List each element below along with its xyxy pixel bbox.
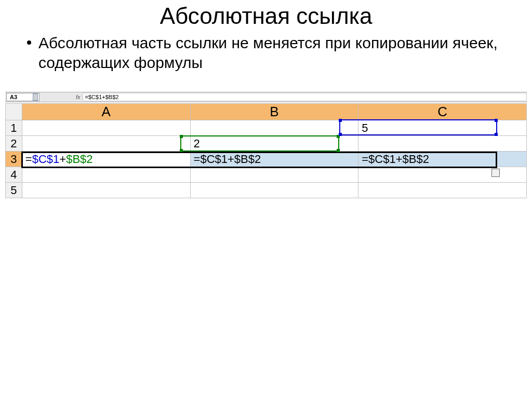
bullet-dot-icon [27,40,31,45]
row-header-4[interactable]: 4 [6,167,22,183]
cell-b1[interactable] [190,120,358,136]
row-header-1[interactable]: 1 [6,120,22,136]
row-header-2[interactable]: 2 [6,136,22,152]
cell-b5[interactable] [190,183,358,198]
fx-icon[interactable]: fx [76,94,81,100]
formula-ref1: $C$1 [32,153,60,166]
name-box-value: A3 [10,94,17,100]
formula-input[interactable]: =$C$1+$B$2 [83,93,527,101]
row-header-5[interactable]: 5 [6,183,22,198]
formula-eq: = [25,153,32,166]
cell-a2[interactable] [22,136,190,152]
formula-bar: A3 fx =$C$1+$B$2 [5,92,527,102]
cell-c5[interactable] [358,183,527,198]
cell-c1[interactable]: 5 [358,120,527,136]
spreadsheet-screenshot: A3 fx =$C$1+$B$2 A B C 1 5 [5,92,527,198]
cell-b3[interactable]: =$C$1+$B$2 [190,152,358,167]
dropdown-icon[interactable] [33,93,38,101]
cell-a1[interactable] [22,120,190,136]
spreadsheet-grid[interactable]: A B C 1 5 2 2 3 [5,103,527,198]
bullet-item: Абсолютная часть ссылки не меняется при … [27,33,515,72]
cell-a5[interactable] [22,183,190,198]
col-header-c[interactable]: C [358,104,527,120]
cell-c4[interactable] [358,167,527,183]
cell-a3[interactable]: =$C$1+$B$2 [22,152,190,167]
formula-ref2: $B$2 [66,153,92,166]
corner-cell[interactable] [6,104,22,120]
cell-b2[interactable]: 2 [190,136,358,152]
bullet-text: Абсолютная часть ссылки не меняется при … [38,33,515,72]
formula-text: =$C$1+$B$2 [85,94,119,100]
col-header-a[interactable]: A [22,104,190,120]
formula-plus: + [59,153,66,166]
cell-b4[interactable] [190,167,358,183]
cell-c2[interactable] [358,136,527,152]
cell-c3[interactable]: =$C$1+$B$2 [358,152,527,167]
row-header-3[interactable]: 3 [6,152,22,167]
name-box[interactable]: A3 [6,93,39,101]
col-header-b[interactable]: B [190,104,358,120]
slide-title: Абсолютная ссылка [0,0,532,33]
cell-a4[interactable] [22,167,190,183]
